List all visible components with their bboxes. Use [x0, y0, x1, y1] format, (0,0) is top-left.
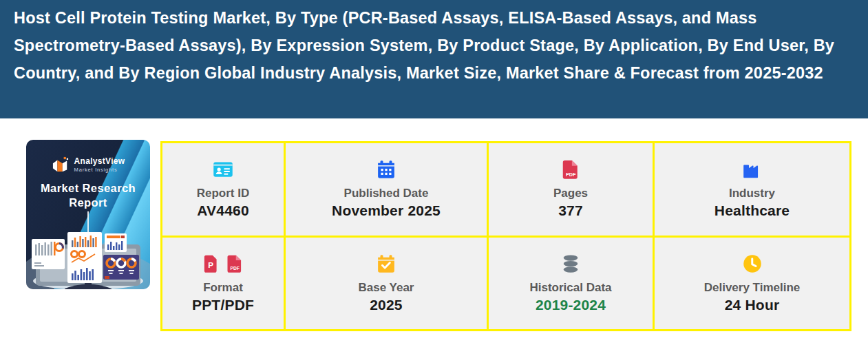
cover-title: Market Research Report	[26, 181, 150, 210]
pdf-file-icon: PDF	[225, 254, 244, 273]
cell-value: PPT/PDF	[192, 297, 254, 313]
id-card-icon	[213, 159, 233, 180]
svg-text:PDF: PDF	[566, 171, 576, 178]
cell-label: Industry	[729, 187, 775, 200]
page-title: Host Cell Protein Testing Market, By Typ…	[14, 4, 836, 87]
cell-label: Historical Data	[529, 281, 611, 295]
svg-text:PDF: PDF	[230, 266, 240, 271]
calendar-check-icon	[376, 253, 396, 274]
info-cell-pages: PDF Pages 377	[489, 143, 653, 236]
ppt-file-icon: P	[202, 254, 221, 273]
cell-value: Healthcare	[714, 202, 790, 219]
calendar-icon	[376, 159, 396, 180]
cell-label: Report ID	[197, 187, 250, 200]
cell-value: 24 Hour	[725, 297, 780, 313]
database-icon	[560, 253, 581, 274]
cell-value: 377	[558, 202, 583, 219]
info-cell-delivery-timeline: Delivery Timeline 24 Hour	[655, 238, 849, 330]
brand-logo: AnalystView Market Insights	[26, 156, 150, 173]
info-cell-published-date: Published Date November 2025	[286, 143, 487, 236]
cell-value: November 2025	[332, 202, 441, 219]
info-cell-base-year: Base Year 2025	[286, 238, 487, 330]
cell-value: AV4460	[197, 202, 249, 219]
report-cover-thumbnail: AnalystView Market Insights Market Resea…	[26, 140, 150, 289]
monitor-charts-illustration	[26, 224, 150, 289]
factory-icon	[742, 159, 763, 180]
cell-label: Delivery Timeline	[704, 281, 801, 295]
pdf-file-icon: PDF	[560, 159, 581, 180]
cell-label: Base Year	[359, 281, 414, 295]
clock-icon	[742, 253, 763, 274]
page-header: Host Cell Protein Testing Market, By Typ…	[0, 0, 868, 118]
cell-label: Published Date	[344, 187, 429, 200]
cell-label: Format	[203, 281, 243, 295]
brand-name: AnalystView	[74, 156, 125, 166]
info-cell-industry: Industry Healthcare	[655, 143, 849, 236]
cell-value: 2019-2024	[536, 297, 606, 313]
cell-label: Pages	[553, 187, 588, 200]
analystview-logo-icon	[52, 156, 70, 173]
svg-text:P: P	[208, 260, 213, 269]
cell-value: 2025	[370, 297, 403, 313]
brand-tagline: Market Insights	[74, 167, 125, 173]
info-cell-historical-data: Historical Data 2019-2024	[489, 238, 653, 330]
info-cell-format: P PDF Format PPT/PDF	[162, 238, 284, 330]
info-cell-report-id: Report ID AV4460	[162, 143, 284, 236]
report-page: { "header": { "title": "Host Cell Protei…	[0, 0, 868, 345]
ppt-pdf-files-icon: P PDF	[202, 253, 244, 274]
report-info-grid: Report ID AV4460 Published Date November…	[160, 141, 851, 331]
brand-text: AnalystView Market Insights	[74, 156, 125, 173]
